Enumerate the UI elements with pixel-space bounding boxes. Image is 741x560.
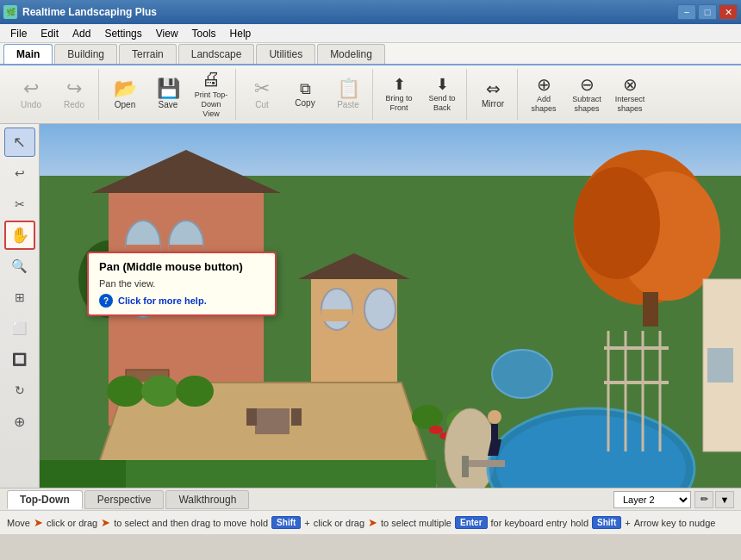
add-shapes-icon: ⊕ — [537, 76, 551, 93]
rotate-tool-button[interactable]: ↻ — [4, 376, 35, 405]
tooltip-description: Pan the view. — [99, 278, 265, 289]
copy-label: Copy — [295, 98, 314, 109]
tab-main[interactable]: Main — [3, 44, 53, 64]
menu-file[interactable]: File — [3, 26, 34, 41]
undo-button[interactable]: ↩ Undo — [10, 70, 52, 120]
menubar: File Edit Add Settings View Tools Help — [0, 24, 741, 43]
status-move-label: Move — [7, 518, 30, 528]
canvas-area[interactable]: Pan (Middle mouse button) Pan the view. … — [40, 124, 741, 488]
tab-utilities[interactable]: Utilities — [256, 44, 315, 64]
toolbar-group-mirror: ⇔ Mirror — [469, 69, 518, 120]
send-back-icon: ⬇ — [436, 77, 449, 92]
layer-menu-button[interactable]: ▼ — [715, 491, 734, 508]
main-area: ↖ ↩ ✂ ✋ 🔍 ⊞ ⬜ 🔲 ↻ ⊕ — [0, 124, 741, 488]
tab-modeling[interactable]: Modeling — [317, 44, 385, 64]
menu-settings[interactable]: Settings — [97, 26, 148, 41]
bring-to-front-button[interactable]: ⬆ Bring to Front — [378, 70, 420, 120]
add-tool-button[interactable]: ⊕ — [4, 407, 35, 436]
svg-rect-42 — [491, 424, 498, 439]
titlebar-controls[interactable]: − □ ✕ — [677, 4, 738, 20]
copy-icon: ⧉ — [300, 81, 311, 96]
minimize-button[interactable]: − — [677, 4, 696, 20]
bottom-view-tabs: Top-Down Perspective Walkthrough Layer 1… — [0, 488, 741, 510]
view-tab-walkthrough[interactable]: Walkthrough — [165, 490, 249, 509]
help-icon: ? — [99, 294, 113, 308]
layer-dropdown[interactable]: Layer 1 Layer 2 Layer 3 — [613, 491, 691, 508]
add-shapes-label: Add shapes — [526, 95, 562, 114]
svg-marker-9 — [91, 150, 281, 193]
tab-landscape[interactable]: Landscape — [178, 44, 255, 64]
save-icon: 💾 — [157, 79, 180, 98]
mirror-button[interactable]: ⇔ Mirror — [472, 70, 514, 120]
save-button[interactable]: 💾 Save — [147, 70, 189, 120]
undo-label: Undo — [21, 100, 41, 110]
print-icon: 🖨 — [202, 70, 221, 89]
redo-button[interactable]: ↪ Redo — [53, 70, 95, 120]
tab-bar: Main Building Terrain Landscape Utilitie… — [0, 43, 741, 65]
rectangle-tool-button[interactable]: ⬜ — [4, 314, 35, 343]
status-click-drag-1: click or drag — [47, 518, 97, 528]
menu-view[interactable]: View — [149, 26, 185, 41]
select-region-tool-button[interactable]: 🔲 — [4, 345, 35, 374]
svg-point-28 — [107, 376, 145, 407]
toolbar: ↩ Undo ↪ Redo 📂 Open 💾 Save 🖨 Print Top-… — [0, 65, 741, 124]
toolbar-group-clipboard: ✂ Cut ⧉ Copy 📋 Paste — [238, 69, 373, 120]
redo-label: Redo — [64, 100, 84, 110]
paste-button[interactable]: 📋 Paste — [327, 70, 369, 120]
intersect-shapes-label: Intersect shapes — [612, 95, 648, 114]
tab-building[interactable]: Building — [54, 44, 117, 64]
status-shift-key-2: Shift — [592, 516, 621, 529]
save-label: Save — [159, 100, 178, 110]
send-to-back-button[interactable]: ⬇ Send to Back — [421, 70, 463, 120]
svg-rect-26 — [246, 408, 257, 426]
open-label: Open — [115, 100, 135, 110]
tab-terrain[interactable]: Terrain — [119, 44, 177, 64]
svg-rect-40 — [462, 456, 469, 477]
view-tab-perspective[interactable]: Perspective — [84, 490, 165, 509]
fit-tool-button[interactable]: ⊞ — [4, 283, 35, 312]
subtract-shapes-button[interactable]: ⊖ Subtract shapes — [566, 70, 607, 120]
app-title: Realtime Landscaping Plus — [22, 6, 157, 18]
status-select-label: to select and then drag to move — [114, 518, 246, 528]
subtract-shapes-icon: ⊖ — [580, 76, 595, 93]
toolbar-group-undoredo: ↩ Undo ↪ Redo — [7, 69, 99, 120]
tooltip-help-link[interactable]: ? Click for more help. — [99, 294, 265, 308]
layer-select-area: Layer 1 Layer 2 Layer 3 ✏ ▼ — [613, 491, 734, 508]
help-text[interactable]: Click for more help. — [118, 296, 207, 306]
send-back-label: Send to Back — [424, 94, 460, 113]
zoom-tool-button[interactable]: 🔍 — [4, 252, 35, 281]
open-button[interactable]: 📂 Open — [104, 70, 146, 120]
maximize-button[interactable]: □ — [698, 4, 717, 20]
layer-edit-button[interactable]: ✏ — [694, 491, 713, 508]
copy-button[interactable]: ⧉ Copy — [284, 70, 326, 120]
toolbar-group-order: ⬆ Bring to Front ⬇ Send to Back — [375, 69, 467, 120]
menu-help[interactable]: Help — [223, 26, 258, 41]
intersect-shapes-icon: ⊗ — [623, 76, 638, 93]
pan-tool-button[interactable]: ✋ — [4, 221, 35, 250]
svg-rect-52 — [40, 460, 126, 488]
svg-rect-27 — [291, 408, 302, 426]
layer-icons: ✏ ▼ — [694, 491, 734, 508]
status-arrow-3: ➤ — [368, 516, 377, 529]
menu-add[interactable]: Add — [65, 26, 97, 41]
svg-point-31 — [412, 405, 443, 429]
cut-button[interactable]: ✂ Cut — [241, 70, 283, 120]
scissors-tool-button[interactable]: ✂ — [4, 190, 35, 219]
titlebar-left: 🌿 Realtime Landscaping Plus — [3, 5, 157, 19]
status-shift-key-1: Shift — [271, 516, 301, 529]
mirror-icon: ⇔ — [486, 80, 501, 97]
view-tab-topdown[interactable]: Top-Down — [7, 490, 83, 509]
undo-tool-button[interactable]: ↩ — [4, 159, 35, 188]
intersect-shapes-button[interactable]: ⊗ Intersect shapes — [609, 70, 651, 120]
pan-tooltip: Pan (Middle mouse button) Pan the view. … — [87, 252, 277, 316]
menu-tools[interactable]: Tools — [185, 26, 223, 41]
add-shapes-button[interactable]: ⊕ Add shapes — [523, 70, 564, 120]
print-button[interactable]: 🖨 Print Top-Down View — [190, 70, 232, 120]
tooltip-title: Pan (Middle mouse button) — [99, 260, 265, 273]
select-tool-button[interactable]: ↖ — [4, 128, 35, 157]
menu-edit[interactable]: Edit — [34, 26, 65, 41]
svg-point-41 — [488, 410, 501, 424]
close-button[interactable]: ✕ — [719, 4, 738, 20]
svg-point-3 — [574, 167, 660, 279]
svg-rect-23 — [707, 348, 733, 383]
